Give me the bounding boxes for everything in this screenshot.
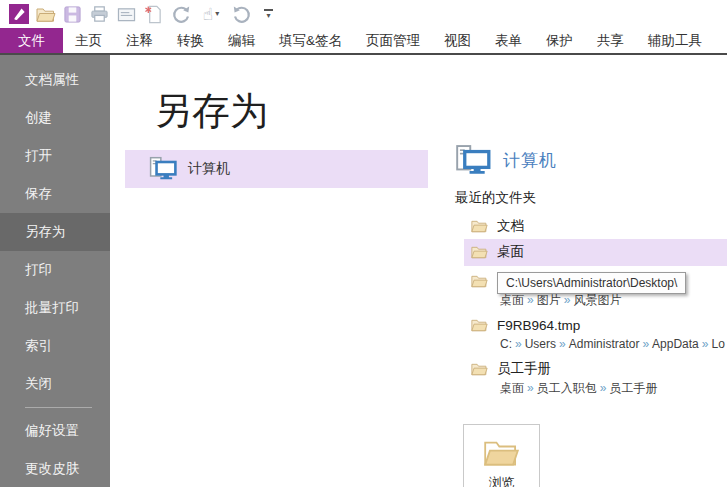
tab-convert[interactable]: 转换 <box>165 28 216 53</box>
folder-icon <box>471 362 488 376</box>
create-pdf-icon[interactable] <box>140 2 167 26</box>
tab-form[interactable]: 表单 <box>483 28 534 53</box>
sidebar-item-change-skin[interactable]: 更改皮肤 <box>0 450 110 487</box>
computer-label: 计算机 <box>188 160 230 178</box>
tab-edit[interactable]: 编辑 <box>216 28 267 53</box>
breadcrumb-separator: » <box>597 381 610 395</box>
sidebar-item-index[interactable]: 索引 <box>0 327 110 365</box>
sidebar-divider <box>25 407 92 408</box>
tab-file[interactable]: 文件 <box>0 28 63 53</box>
customize-toolbar-icon[interactable]: ▾ <box>255 2 282 26</box>
folder-path: 桌面»图片»风景图片 <box>471 293 727 308</box>
computer-icon <box>455 144 491 177</box>
folder-path: 桌面»员工入职包»员工手册 <box>471 381 727 396</box>
sidebar-item-print[interactable]: 打印 <box>0 251 110 289</box>
folder-title: 桌面 <box>497 243 524 261</box>
tab-page-organize[interactable]: 页面管理 <box>354 28 432 53</box>
browse-folder-icon <box>483 438 520 467</box>
breadcrumb-separator: » <box>524 381 537 395</box>
undo-icon[interactable] <box>228 2 255 26</box>
path-tooltip: C:\Users\Administrator\Desktop\ <box>497 272 686 294</box>
folder-title: 员工手册 <box>497 360 551 378</box>
sidebar-item-preferences[interactable]: 偏好设置 <box>0 412 110 450</box>
sidebar-item-save[interactable]: 保存 <box>0 175 110 213</box>
sidebar-item-close[interactable]: 关闭 <box>0 365 110 403</box>
folder-item-documents[interactable]: 文档 <box>464 213 727 239</box>
recent-folders-list: 文档 桌面 风景图片 桌面»图片»风景图片 <box>464 213 727 400</box>
tab-protect[interactable]: 保护 <box>534 28 585 53</box>
tab-share[interactable]: 共享 <box>585 28 636 53</box>
sidebar-item-doc-properties[interactable]: 文档属性 <box>0 61 110 99</box>
folder-title: 文档 <box>497 217 524 235</box>
tab-home[interactable]: 主页 <box>63 28 114 53</box>
folder-icon <box>471 318 488 332</box>
breadcrumb-separator: » <box>556 337 569 351</box>
sidebar-item-create[interactable]: 创建 <box>0 99 110 137</box>
browse-label: 浏览 <box>489 474 515 487</box>
browse-button[interactable]: 浏览 <box>463 424 540 487</box>
folder-title: F9RB964.tmp <box>497 318 580 333</box>
save-location-computer[interactable]: 计算机 <box>125 150 428 188</box>
save-icon[interactable] <box>59 2 86 26</box>
quick-access-toolbar: ☝ ▾ ▾ <box>0 0 727 28</box>
breadcrumb-separator: » <box>524 293 537 307</box>
computer-icon <box>149 156 177 182</box>
sidebar-item-save-as[interactable]: 另存为 <box>0 213 110 251</box>
page-title: 另存为 <box>154 86 268 137</box>
redo-icon[interactable] <box>167 2 194 26</box>
folder-item-desktop[interactable]: 桌面 <box>464 239 727 266</box>
computer-section-header: 计算机 <box>455 144 557 177</box>
sidebar-item-batch-print[interactable]: 批量打印 <box>0 289 110 327</box>
folder-icon <box>471 245 488 259</box>
folder-item-tmp[interactable]: F9RB964.tmp C:»Users»Administrator»AppDa… <box>464 312 727 356</box>
tab-accessibility[interactable]: 辅助工具 <box>636 28 714 53</box>
folder-icon <box>471 274 488 288</box>
breadcrumb-separator: » <box>512 337 525 351</box>
hand-glyph: ☝ <box>203 6 213 23</box>
tab-view[interactable]: 视图 <box>432 28 483 53</box>
tab-fill-sign[interactable]: 填写&签名 <box>267 28 354 53</box>
hand-tool-icon[interactable]: ☝ ▾ <box>194 2 228 26</box>
breadcrumb-separator: » <box>639 337 652 351</box>
folder-item-employee-handbook[interactable]: 员工手册 桌面»员工入职包»员工手册 <box>464 356 727 400</box>
backstage-sidebar: 文档属性 创建 打开 保存 另存为 打印 批量打印 索引 关闭 偏好设置 更改皮… <box>0 55 110 487</box>
recent-folders-label: 最近的文件夹 <box>455 189 536 207</box>
open-folder-icon[interactable] <box>32 2 59 26</box>
email-icon[interactable] <box>113 2 140 26</box>
folder-path: C:»Users»Administrator»AppData»Lo <box>471 337 727 352</box>
hand-tool-caret-icon[interactable]: ▾ <box>215 10 219 18</box>
menu-bar: 文件 主页 注释 转换 编辑 填写&签名 页面管理 视图 表单 保护 共享 辅助… <box>0 28 727 55</box>
breadcrumb-separator: » <box>561 293 574 307</box>
breadcrumb-separator: » <box>699 337 712 351</box>
app-logo-icon[interactable] <box>5 2 32 26</box>
tab-comment[interactable]: 注释 <box>114 28 165 53</box>
print-icon[interactable] <box>86 2 113 26</box>
sidebar-item-open[interactable]: 打开 <box>0 137 110 175</box>
folder-icon <box>471 219 488 233</box>
computer-header-label: 计算机 <box>503 149 557 172</box>
